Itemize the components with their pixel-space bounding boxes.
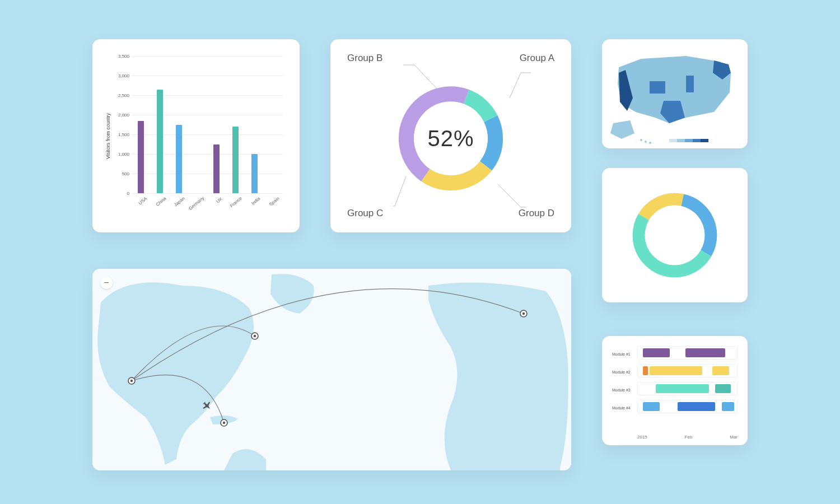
svg-rect-5 xyxy=(650,81,665,94)
gantt-rows: Module #1Module #2Module #3Module #4 xyxy=(612,346,738,431)
bar-xtick: USA xyxy=(138,196,148,206)
bar-group: Germany xyxy=(188,56,207,193)
gantt-row xyxy=(637,382,738,395)
gantt-segment xyxy=(685,348,725,357)
bar xyxy=(138,121,144,194)
bar xyxy=(213,144,220,194)
donut-label-c: Group C xyxy=(347,208,383,219)
gantt-card: Module #1Module #2Module #3Module #4 201… xyxy=(602,336,748,445)
gantt-segment xyxy=(715,384,731,393)
gantt-xtick: 2015 xyxy=(637,435,647,440)
us-choropleth-card xyxy=(602,39,748,148)
bar-xtick: China xyxy=(155,196,167,207)
svg-point-7 xyxy=(640,139,642,141)
bar-xtick: UK xyxy=(215,196,223,204)
gantt-row-label: Module #4 xyxy=(612,406,631,410)
bar-plot-area: 05001,0001,5002,0002,5003,0003,500 USACh… xyxy=(132,56,283,193)
donut-center-label: 52% xyxy=(427,125,474,151)
groups-donut-card: 52% Group A Group B Group C Group D xyxy=(330,39,571,232)
gantt-xtick: Feb xyxy=(685,435,693,440)
bar-group: France xyxy=(226,56,245,193)
donut-label-b: Group B xyxy=(347,53,382,64)
minus-icon: − xyxy=(104,278,109,288)
bar-xtick: Spain xyxy=(268,196,280,207)
bar xyxy=(232,127,239,193)
donut-label-a: Group A xyxy=(520,53,554,64)
svg-point-8 xyxy=(645,141,647,143)
donut-label-d: Group D xyxy=(519,208,554,219)
gantt-xtick: Mar xyxy=(730,435,738,440)
svg-point-25 xyxy=(254,335,256,337)
world-flight-map-card: − xyxy=(92,269,571,470)
bar xyxy=(251,154,258,193)
gantt-row-label: Module #1 xyxy=(612,352,631,356)
gantt-row-label: Module #2 xyxy=(612,370,631,374)
bar-group: USA xyxy=(132,56,151,193)
bar-groups: USAChinaJapanGermanyUKFranceIndiaSpain xyxy=(132,56,283,193)
donut-wrap: 52% xyxy=(392,80,510,197)
bar-group: Spain xyxy=(264,56,283,193)
gantt-segment xyxy=(722,402,734,411)
gantt-segment xyxy=(643,402,660,411)
gantt-segment xyxy=(678,402,715,411)
mini-donut-svg xyxy=(627,188,722,283)
svg-rect-13 xyxy=(693,139,701,142)
gantt-row xyxy=(637,364,738,377)
bar xyxy=(176,125,182,194)
gantt-segment xyxy=(643,348,670,357)
bar-group: China xyxy=(151,56,170,193)
svg-rect-11 xyxy=(677,139,685,142)
bar-xtick: Germany xyxy=(188,195,206,211)
svg-point-24 xyxy=(130,380,133,382)
dashboard-stage: Visitors from country 05001,0001,5002,00… xyxy=(0,0,840,504)
map-zoom-out-button[interactable]: − xyxy=(100,277,113,289)
bar-ytick: 2,000 xyxy=(118,113,132,118)
bar-ytick: 1,000 xyxy=(118,152,132,157)
svg-point-26 xyxy=(223,422,225,424)
world-map-svg xyxy=(92,269,571,470)
bar-xtick: India xyxy=(251,196,262,206)
us-choropleth-svg xyxy=(602,39,748,148)
gantt-segment xyxy=(712,366,729,375)
bar-ytick: 500 xyxy=(122,171,132,176)
gantt-segment xyxy=(643,366,648,375)
gantt-segment xyxy=(656,384,710,393)
bar-xtick: Japan xyxy=(173,196,185,208)
bar-group: Japan xyxy=(170,56,189,193)
svg-rect-6 xyxy=(686,76,694,92)
gantt-row xyxy=(637,400,738,413)
bar-xtick: France xyxy=(229,196,243,209)
bar xyxy=(157,90,163,194)
bar-ytick: 0 xyxy=(127,191,132,196)
svg-rect-12 xyxy=(685,139,693,142)
svg-rect-14 xyxy=(701,139,708,142)
bar-ytick: 2,500 xyxy=(118,93,132,98)
gantt-row xyxy=(637,346,738,360)
svg-point-9 xyxy=(649,142,651,144)
mini-donut-card xyxy=(602,168,748,302)
bar-y-axis-label: Visitors from country xyxy=(105,113,111,159)
visitors-bar-chart-card: Visitors from country 05001,0001,5002,00… xyxy=(92,39,300,232)
gantt-segment xyxy=(650,366,702,375)
bar-ytick: 3,500 xyxy=(118,54,132,59)
bar-ytick: 3,000 xyxy=(118,73,132,78)
gantt-x-axis: 2015 Feb Mar xyxy=(637,435,738,440)
bar-group: UK xyxy=(207,56,226,193)
svg-rect-10 xyxy=(669,139,677,142)
bar-ytick: 1,500 xyxy=(118,132,132,137)
gantt-row-label: Module #3 xyxy=(612,388,631,392)
bar-group: India xyxy=(245,56,264,193)
svg-point-27 xyxy=(522,312,525,315)
